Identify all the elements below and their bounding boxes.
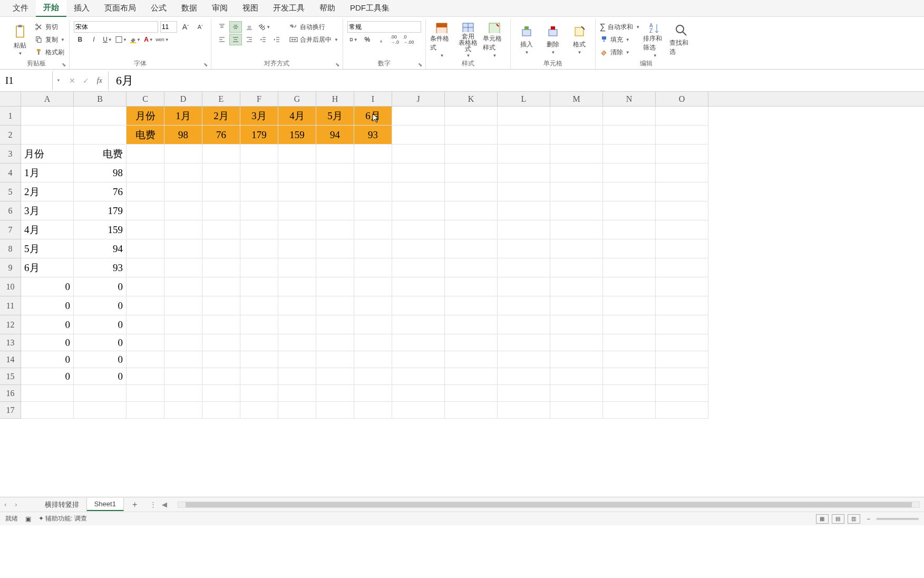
cell-F16[interactable] xyxy=(240,385,278,402)
increase-decimal-button[interactable]: .00→.0 xyxy=(388,34,401,45)
cell-A3[interactable]: 月份 xyxy=(21,144,74,163)
cell-E17[interactable] xyxy=(202,402,240,419)
cell-I11[interactable] xyxy=(354,296,392,315)
cell-N8[interactable] xyxy=(603,239,656,258)
cell-O16[interactable] xyxy=(656,385,708,402)
cell-E9[interactable] xyxy=(202,258,240,277)
align-right-button[interactable] xyxy=(243,34,256,45)
cell-L12[interactable] xyxy=(498,315,550,334)
col-header-O[interactable]: O xyxy=(656,92,708,106)
decrease-indent-button[interactable] xyxy=(257,34,269,45)
fill-button[interactable]: 填充▼ xyxy=(600,34,640,45)
cell-C5[interactable] xyxy=(127,182,164,201)
cell-A14[interactable]: 0 xyxy=(21,351,74,368)
font-size-select[interactable] xyxy=(160,21,177,33)
cell-B15[interactable]: 0 xyxy=(74,368,127,385)
cell-I2[interactable]: 93 xyxy=(354,126,392,144)
zoom-slider[interactable] xyxy=(877,518,919,520)
cell-K13[interactable] xyxy=(445,334,498,351)
cell-D8[interactable] xyxy=(164,239,202,258)
cell-I4[interactable] xyxy=(354,163,392,182)
cell-F13[interactable] xyxy=(240,334,278,351)
cell-I7[interactable] xyxy=(354,220,392,239)
align-bottom-button[interactable] xyxy=(243,21,256,33)
cell-N11[interactable] xyxy=(603,296,656,315)
cell-B17[interactable] xyxy=(74,402,127,419)
cell-L15[interactable] xyxy=(498,368,550,385)
col-header-H[interactable]: H xyxy=(316,92,354,106)
cell-F9[interactable] xyxy=(240,258,278,277)
cell-N9[interactable] xyxy=(603,258,656,277)
cell-N12[interactable] xyxy=(603,315,656,334)
cell-G16[interactable] xyxy=(278,385,316,402)
cell-C1[interactable]: 月份 xyxy=(127,107,164,126)
cell-E8[interactable] xyxy=(202,239,240,258)
clipboard-launcher[interactable]: ⬊ xyxy=(62,62,68,68)
cell-I1[interactable]: 6月 xyxy=(354,107,392,126)
menu-insert[interactable]: 插入 xyxy=(66,0,97,16)
cell-J13[interactable] xyxy=(392,334,445,351)
cell-G14[interactable] xyxy=(278,351,316,368)
cell-H16[interactable] xyxy=(316,385,354,402)
cell-M6[interactable] xyxy=(550,201,603,220)
cell-N1[interactable] xyxy=(603,107,656,126)
cell-F17[interactable] xyxy=(240,402,278,419)
cell-F4[interactable] xyxy=(240,163,278,182)
number-format-select[interactable] xyxy=(347,21,421,33)
cell-G3[interactable] xyxy=(278,144,316,163)
cell-M12[interactable] xyxy=(550,315,603,334)
cell-N14[interactable] xyxy=(603,351,656,368)
cell-M5[interactable] xyxy=(550,182,603,201)
cell-I16[interactable] xyxy=(354,385,392,402)
cell-L1[interactable] xyxy=(498,107,550,126)
cell-L6[interactable] xyxy=(498,201,550,220)
page-layout-view-button[interactable]: ▤ xyxy=(832,514,844,524)
merge-center-button[interactable]: 合并后居中▼ xyxy=(289,34,338,45)
cell-E7[interactable] xyxy=(202,220,240,239)
cell-D16[interactable] xyxy=(164,385,202,402)
cell-J10[interactable] xyxy=(392,277,445,296)
underline-button[interactable]: U▼ xyxy=(101,34,114,45)
row-header-6[interactable]: 6 xyxy=(0,201,21,220)
col-header-C[interactable]: C xyxy=(127,92,164,106)
cell-J11[interactable] xyxy=(392,296,445,315)
comma-button[interactable]: , xyxy=(375,34,387,45)
row-header-9[interactable]: 9 xyxy=(0,258,21,277)
cell-O14[interactable] xyxy=(656,351,708,368)
cell-G17[interactable] xyxy=(278,402,316,419)
cell-L8[interactable] xyxy=(498,239,550,258)
cell-C2[interactable]: 电费 xyxy=(127,126,164,144)
phonetic-button[interactable]: wen▼ xyxy=(156,34,169,45)
cell-D2[interactable]: 98 xyxy=(164,126,202,144)
cell-B9[interactable]: 93 xyxy=(74,258,127,277)
cell-C4[interactable] xyxy=(127,163,164,182)
cell-B7[interactable]: 159 xyxy=(74,220,127,239)
cell-H11[interactable] xyxy=(316,296,354,315)
row-header-14[interactable]: 14 xyxy=(0,351,21,368)
cell-K15[interactable] xyxy=(445,368,498,385)
cell-K16[interactable] xyxy=(445,385,498,402)
menu-home[interactable]: 开始 xyxy=(36,0,66,17)
add-sheet-button[interactable]: + xyxy=(124,498,145,512)
cell-O11[interactable] xyxy=(656,296,708,315)
italic-button[interactable]: I xyxy=(87,34,100,45)
zoom-out-button[interactable]: − xyxy=(863,515,873,523)
cell-K7[interactable] xyxy=(445,220,498,239)
table-format-button[interactable]: 套用 表格格式▼ xyxy=(456,21,480,58)
cell-H13[interactable] xyxy=(316,334,354,351)
cell-L13[interactable] xyxy=(498,334,550,351)
cell-B3[interactable]: 电费 xyxy=(74,144,127,163)
cell-D7[interactable] xyxy=(164,220,202,239)
col-header-M[interactable]: M xyxy=(550,92,603,106)
cell-M10[interactable] xyxy=(550,277,603,296)
cell-M4[interactable] xyxy=(550,163,603,182)
cell-C13[interactable] xyxy=(127,334,164,351)
row-header-10[interactable]: 10 xyxy=(0,277,21,296)
cell-C15[interactable] xyxy=(127,368,164,385)
cell-F3[interactable] xyxy=(240,144,278,163)
cell-E16[interactable] xyxy=(202,385,240,402)
cell-N13[interactable] xyxy=(603,334,656,351)
cell-L17[interactable] xyxy=(498,402,550,419)
cell-M14[interactable] xyxy=(550,351,603,368)
cell-A8[interactable]: 5月 xyxy=(21,239,74,258)
